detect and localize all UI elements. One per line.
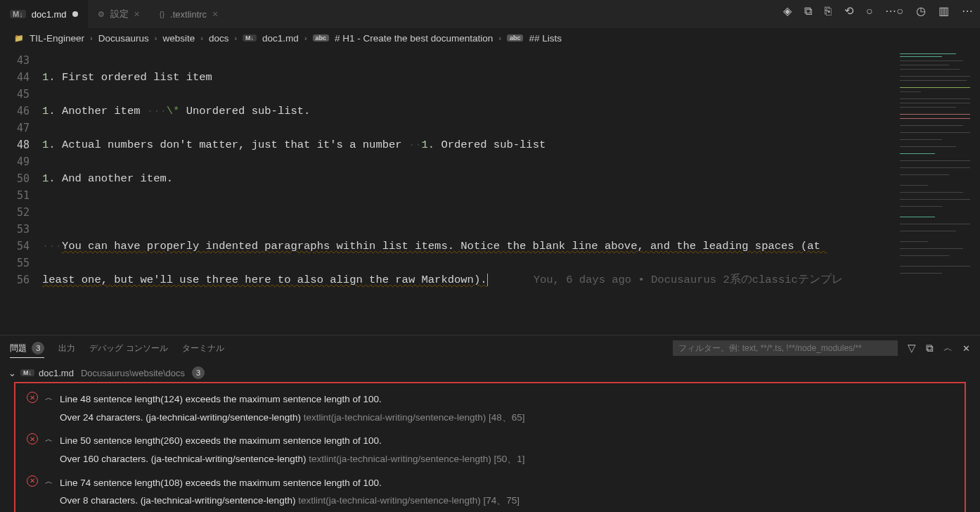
file-problems-count-badge: 3 <box>192 366 205 379</box>
git-blame-annotation: You, 6 days ago • Docusaurus 2系のclassicテ… <box>534 274 843 286</box>
editor-title-actions: ◈ ⧉ ⎘ ⟲ ○ ⋯○ ◷ ▥ ⋯ <box>783 4 973 18</box>
problem-message: Line 50 sentence length(260) exceeds the… <box>60 435 382 446</box>
chevron-up-icon[interactable]: ︿ <box>45 434 53 444</box>
problem-location: [48、65] <box>489 412 525 423</box>
folder-icon: 📁 <box>14 34 24 43</box>
problem-detail: Over 24 characters. (ja-technical-writin… <box>60 412 301 423</box>
tab-terminal[interactable]: ターミナル <box>182 340 224 357</box>
problems-list: ⌄ M↓ doc1.md Docusaurus\website\docs 3 ✕… <box>0 361 980 512</box>
gear-icon: ⚙ <box>98 10 105 19</box>
error-icon: ✕ <box>27 433 38 444</box>
chevron-up-icon[interactable]: ︿ <box>45 476 53 487</box>
problem-item[interactable]: ✕ ︿ Line 50 sentence length(260) exceeds… <box>27 429 953 471</box>
chevron-down-icon: ⌄ <box>8 368 16 378</box>
breadcrumb-item[interactable]: docs <box>209 33 229 44</box>
action-icon[interactable]: ⋯○ <box>885 4 903 18</box>
problems-highlight-box: ✕ ︿ Line 48 sentence length(124) exceeds… <box>14 382 966 512</box>
bottom-panel: 問題 3 出力 デバッグ コンソール ターミナル ▽ ⧉ ︿ ✕ ⌄ M↓ do… <box>0 335 980 512</box>
symbol-icon: abc <box>507 34 524 41</box>
more-icon[interactable]: ⋯ <box>962 4 973 18</box>
problems-filter-input[interactable] <box>673 340 898 356</box>
tab-textlintrc[interactable]: {} .textlintrc × <box>150 0 228 28</box>
code-content[interactable]: 1. First ordered list item 1. Another it… <box>42 48 896 335</box>
chevron-right-icon: › <box>90 34 93 42</box>
chevron-right-icon: › <box>498 34 501 42</box>
markdown-icon: M↓ <box>20 369 34 376</box>
panel-tabs: 問題 3 出力 デバッグ コンソール ターミナル ▽ ⧉ ︿ ✕ <box>0 335 980 361</box>
line-number-gutter: 43 44 45 46 47 48 49 50 51 52 53 54 55 5… <box>0 48 42 335</box>
chevron-right-icon: › <box>155 34 157 42</box>
open-preview-icon[interactable]: ⧉ <box>804 5 812 18</box>
problem-message: Line 48 sentence length(124) exceeds the… <box>60 394 382 404</box>
chevron-right-icon: › <box>234 34 237 42</box>
chevron-right-icon: › <box>304 34 307 42</box>
problem-item[interactable]: ✕ ︿ Line 48 sentence length(124) exceeds… <box>27 388 953 429</box>
problems-count-badge: 3 <box>32 342 44 354</box>
tab-label: doc1.md <box>32 9 67 20</box>
action-icon[interactable]: ◈ <box>783 4 792 18</box>
dirty-indicator-icon <box>72 11 78 17</box>
tab-doc1[interactable]: M↓ doc1.md <box>0 0 88 28</box>
symbol-icon: abc <box>313 34 330 41</box>
tab-label: .textlintrc <box>170 9 207 20</box>
filter-icon[interactable]: ▽ <box>908 342 916 354</box>
minimap[interactable] <box>896 48 980 335</box>
breadcrumb-item[interactable]: website <box>162 33 195 44</box>
chevron-right-icon: › <box>200 34 203 42</box>
chevron-up-icon[interactable]: ︿ <box>943 342 953 354</box>
chevron-up-icon[interactable]: ︿ <box>45 392 53 403</box>
error-icon: ✕ <box>27 392 38 403</box>
tab-label: 設定 <box>110 8 129 20</box>
close-icon[interactable]: × <box>134 8 140 20</box>
tab-debug-console[interactable]: デバッグ コンソール <box>89 340 167 357</box>
breadcrumb-item[interactable]: ## Lists <box>529 33 562 44</box>
tab-settings[interactable]: ⚙ 設定 × <box>88 0 150 28</box>
action-icon[interactable]: ○ <box>866 5 873 18</box>
problem-message: Line 74 sentence length(108) exceeds the… <box>60 478 382 488</box>
revert-icon[interactable]: ⟲ <box>844 4 853 18</box>
markdown-icon: M↓ <box>243 34 257 41</box>
file-name: doc1.md <box>39 368 74 378</box>
problem-location: [50、1] <box>494 454 525 464</box>
file-path: Docusaurus\website\docs <box>81 368 185 378</box>
problem-item[interactable]: ✕ ︿ Line 74 sentence length(108) exceeds… <box>27 471 953 512</box>
split-editor-icon[interactable]: ▥ <box>939 4 949 18</box>
breadcrumb[interactable]: 📁 TIL-Engineer › Docusaurus › website › … <box>0 28 980 48</box>
clock-icon[interactable]: ◷ <box>916 4 926 18</box>
breadcrumb-item[interactable]: # H1 - Create the best documentation <box>335 33 493 44</box>
problem-source: textlint(ja-technical-writing/sentence-l… <box>304 412 486 423</box>
breadcrumb-item[interactable]: Docusaurus <box>98 33 149 44</box>
split-icon[interactable]: ⎘ <box>825 5 832 18</box>
close-icon[interactable]: × <box>212 8 218 20</box>
collapse-all-icon[interactable]: ⧉ <box>926 342 934 354</box>
problem-source: textlint(ja-technical-writing/sentence-l… <box>298 495 481 506</box>
problem-location: [74、75] <box>484 495 520 506</box>
breadcrumb-item[interactable]: TIL-Engineer <box>30 33 84 44</box>
breadcrumb-item[interactable]: doc1.md <box>262 33 299 44</box>
tab-problems[interactable]: 問題 3 <box>10 339 44 358</box>
json-icon: {} <box>160 10 165 18</box>
close-panel-icon[interactable]: ✕ <box>962 343 970 354</box>
problems-file-row[interactable]: ⌄ M↓ doc1.md Docusaurus\website\docs 3 <box>8 364 972 382</box>
problem-source: textlint(ja-technical-writing/sentence-l… <box>309 454 491 464</box>
editor[interactable]: 43 44 45 46 47 48 49 50 51 52 53 54 55 5… <box>0 48 980 335</box>
error-icon: ✕ <box>27 475 38 487</box>
problem-detail: Over 160 characters. (ja-technical-writi… <box>60 454 306 464</box>
problem-detail: Over 8 characters. (ja-technical-writing… <box>60 495 295 506</box>
tab-output[interactable]: 出力 <box>58 340 75 357</box>
markdown-icon: M↓ <box>10 10 26 18</box>
